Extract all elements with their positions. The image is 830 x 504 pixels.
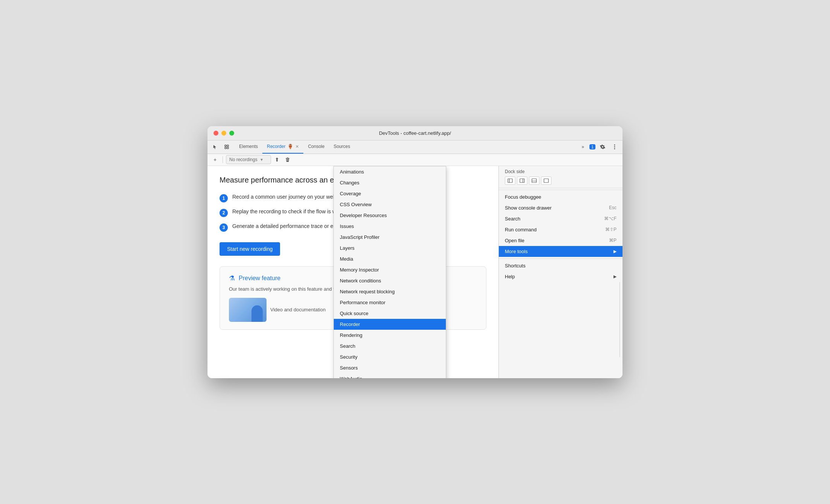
menu-item-sensors[interactable]: Sensors bbox=[334, 362, 446, 373]
step-number-2: 2 bbox=[220, 209, 228, 217]
menu-divider bbox=[499, 190, 622, 190]
devtools-container: Elements Recorder 🏺 ✕ Console Sources » … bbox=[208, 140, 622, 378]
svg-rect-1 bbox=[227, 145, 229, 146]
menu-item-memory-inspector[interactable]: Memory Inspector bbox=[334, 264, 446, 275]
menu-show-console-drawer[interactable]: Show console drawer Esc bbox=[499, 202, 622, 213]
window-title: DevTools - coffee-cart.netlify.app/ bbox=[379, 130, 451, 136]
svg-rect-3 bbox=[227, 147, 229, 149]
more-tools-dropdown: Animations Changes Coverage CSS Overview… bbox=[333, 166, 446, 378]
kebab-menu-button[interactable] bbox=[610, 142, 619, 152]
dock-left-button[interactable] bbox=[505, 177, 515, 185]
recorder-toolbar: + No recordings ▾ ⬆ bbox=[208, 154, 622, 166]
menu-item-performance-monitor[interactable]: Performance monitor bbox=[334, 297, 446, 308]
menu-divider-2 bbox=[499, 258, 622, 259]
dock-side-buttons bbox=[505, 177, 616, 185]
menu-more-tools[interactable]: More tools ▶ bbox=[499, 246, 622, 257]
svg-point-6 bbox=[614, 148, 615, 149]
dock-side-label: Dock side bbox=[505, 169, 616, 174]
inspect-icon[interactable] bbox=[222, 142, 232, 152]
add-recording-button[interactable]: + bbox=[211, 155, 220, 164]
svg-rect-13 bbox=[544, 179, 548, 183]
menu-item-security[interactable]: Security bbox=[334, 352, 446, 362]
svg-rect-9 bbox=[520, 179, 524, 183]
svg-rect-7 bbox=[508, 179, 512, 183]
tab-sources[interactable]: Sources bbox=[329, 140, 354, 154]
menu-search[interactable]: Search ⌘⌥F bbox=[499, 213, 622, 224]
menu-run-command[interactable]: Run command ⌘⇧P bbox=[499, 224, 622, 235]
tab-console[interactable]: Console bbox=[303, 140, 329, 154]
main-content: Measure performance across an entire use… bbox=[208, 166, 622, 378]
menu-focus-debuggee[interactable]: Focus debuggee bbox=[499, 192, 622, 202]
menu-item-developer-resources[interactable]: Developer Resources bbox=[334, 210, 446, 221]
menu-item-animations[interactable]: Animations bbox=[334, 166, 446, 177]
tab-more-area: » 1 bbox=[579, 142, 619, 152]
menu-item-media[interactable]: Media bbox=[334, 254, 446, 264]
menu-item-recorder[interactable]: Recorder bbox=[334, 319, 446, 330]
devtools-window: DevTools - coffee-cart.netlify.app/ bbox=[208, 126, 622, 378]
tab-elements[interactable]: Elements bbox=[235, 140, 262, 154]
menu-item-layers[interactable]: Layers bbox=[334, 243, 446, 254]
start-recording-button[interactable]: Start new recording bbox=[220, 242, 280, 256]
dropdown-arrow-icon: ▾ bbox=[261, 157, 263, 162]
undock-button[interactable] bbox=[541, 177, 551, 185]
tab-close-icon[interactable]: ✕ bbox=[295, 144, 299, 149]
tab-bar-icons bbox=[211, 142, 232, 152]
close-button[interactable] bbox=[214, 131, 218, 136]
delete-button[interactable] bbox=[283, 155, 292, 164]
menu-item-webaudio[interactable]: WebAudio bbox=[334, 373, 446, 378]
menu-item-coverage[interactable]: Coverage bbox=[334, 188, 446, 199]
help-arrow-icon: ▶ bbox=[613, 274, 616, 279]
step-number-3: 3 bbox=[220, 223, 228, 232]
svg-rect-11 bbox=[532, 179, 536, 183]
tab-recorder[interactable]: Recorder 🏺 ✕ bbox=[262, 140, 303, 154]
svg-point-4 bbox=[614, 145, 615, 146]
svg-rect-2 bbox=[225, 147, 226, 149]
menu-help[interactable]: Help ▶ bbox=[499, 271, 622, 282]
tab-bar: Elements Recorder 🏺 ✕ Console Sources » … bbox=[208, 140, 622, 154]
menu-item-css-overview[interactable]: CSS Overview bbox=[334, 199, 446, 210]
title-bar: DevTools - coffee-cart.netlify.app/ bbox=[208, 126, 622, 140]
maximize-button[interactable] bbox=[229, 131, 234, 136]
flask-icon: ⚗ bbox=[229, 274, 235, 282]
menu-item-issues[interactable]: Issues bbox=[334, 221, 446, 232]
toolbar-separator bbox=[223, 156, 223, 163]
thumbnail-person bbox=[251, 305, 263, 322]
preview-thumbnail bbox=[229, 298, 267, 322]
menu-item-search[interactable]: Search bbox=[334, 341, 446, 352]
svg-rect-0 bbox=[225, 145, 226, 146]
dock-right-button[interactable] bbox=[517, 177, 527, 185]
right-panel: Dock side bbox=[498, 166, 622, 378]
cursor-icon[interactable] bbox=[211, 142, 220, 152]
menu-item-network-request-blocking[interactable]: Network request blocking bbox=[334, 286, 446, 297]
step-number-1: 1 bbox=[220, 194, 228, 202]
more-tabs-button[interactable]: » bbox=[579, 142, 587, 152]
menu-item-network-conditions[interactable]: Network conditions bbox=[334, 275, 446, 286]
doc-link[interactable]: Video and documentation bbox=[270, 307, 326, 312]
menu-item-changes[interactable]: Changes bbox=[334, 177, 446, 188]
menu-item-quick-source[interactable]: Quick source bbox=[334, 308, 446, 319]
minimize-button[interactable] bbox=[221, 131, 226, 136]
svg-point-5 bbox=[614, 146, 615, 148]
scrollbar-track bbox=[619, 282, 622, 357]
settings-button[interactable] bbox=[598, 142, 607, 152]
notification-badge: 1 bbox=[589, 144, 595, 149]
export-button[interactable]: ⬆ bbox=[273, 155, 282, 164]
main-menu: Dock side bbox=[499, 166, 622, 378]
dock-side-section: Dock side bbox=[499, 166, 622, 188]
dock-bottom-button[interactable] bbox=[529, 177, 539, 185]
recorder-dot-icon: 🏺 bbox=[288, 144, 293, 149]
preview-title: Preview feature bbox=[239, 275, 280, 282]
traffic-lights bbox=[214, 131, 234, 136]
menu-item-rendering[interactable]: Rendering bbox=[334, 330, 446, 341]
menu-open-file[interactable]: Open file ⌘P bbox=[499, 235, 622, 246]
recordings-dropdown[interactable]: No recordings ▾ bbox=[226, 155, 271, 164]
menu-shortcuts[interactable]: Shortcuts bbox=[499, 260, 622, 271]
more-tools-arrow-icon: ▶ bbox=[613, 249, 616, 254]
menu-item-js-profiler[interactable]: JavaScript Profiler bbox=[334, 232, 446, 243]
